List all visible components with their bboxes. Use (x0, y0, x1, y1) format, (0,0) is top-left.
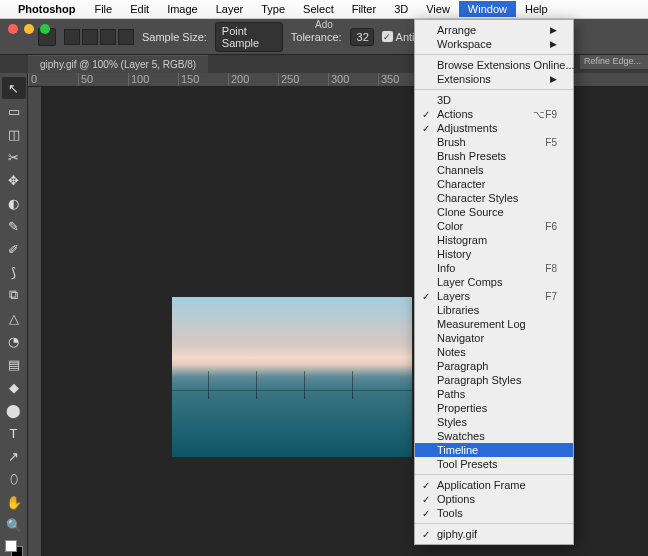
menu-item-3d[interactable]: 3D (415, 93, 573, 107)
menu-3d[interactable]: 3D (385, 1, 417, 17)
menu-item-history[interactable]: History (415, 247, 573, 261)
menu-item-paragraph-styles[interactable]: Paragraph Styles (415, 373, 573, 387)
menu-item-layers[interactable]: ✓LayersF7 (415, 289, 573, 303)
tool-3[interactable]: ✂ (2, 146, 26, 168)
sample-size-label: Sample Size: (142, 31, 207, 43)
menu-image[interactable]: Image (158, 1, 207, 17)
menu-item-properties[interactable]: Properties (415, 401, 573, 415)
menu-shortcut: F6 (545, 221, 557, 232)
menu-item-label: Extensions (437, 73, 491, 85)
tool-13[interactable]: ◆ (2, 376, 26, 398)
menu-item-channels[interactable]: Channels (415, 163, 573, 177)
menu-item-arrange[interactable]: Arrange▶ (415, 23, 573, 37)
tool-9[interactable]: ⧉ (2, 284, 26, 306)
menu-item-label: Character Styles (437, 192, 518, 204)
menu-view[interactable]: View (417, 1, 459, 17)
menu-item-tool-presets[interactable]: Tool Presets (415, 457, 573, 471)
check-icon: ✓ (422, 291, 430, 302)
selection-mode-icons[interactable] (64, 29, 134, 45)
menu-item-measurement-log[interactable]: Measurement Log (415, 317, 573, 331)
menu-item-browse-extensions-online-[interactable]: Browse Extensions Online... (415, 58, 573, 72)
menu-item-character-styles[interactable]: Character Styles (415, 191, 573, 205)
menu-item-label: Properties (437, 402, 487, 414)
menu-item-label: Arrange (437, 24, 476, 36)
color-swatch[interactable] (5, 540, 23, 556)
menu-item-label: Channels (437, 164, 483, 176)
menu-select[interactable]: Select (294, 1, 343, 17)
tool-12[interactable]: ▤ (2, 353, 26, 375)
menu-item-paths[interactable]: Paths (415, 387, 573, 401)
tool-16[interactable]: ↗ (2, 445, 26, 467)
menu-file[interactable]: File (85, 1, 121, 17)
tool-8[interactable]: ⟆ (2, 261, 26, 283)
tolerance-input[interactable]: 32 (350, 28, 374, 46)
menu-edit[interactable]: Edit (121, 1, 158, 17)
menu-item-tools[interactable]: ✓Tools (415, 506, 573, 520)
menu-item-label: Libraries (437, 304, 479, 316)
menu-item-extensions[interactable]: Extensions▶ (415, 72, 573, 86)
menu-item-label: Paragraph (437, 360, 488, 372)
menu-item-adjustments[interactable]: ✓Adjustments (415, 121, 573, 135)
menu-item-label: Layer Comps (437, 276, 502, 288)
menu-item-color[interactable]: ColorF6 (415, 219, 573, 233)
check-icon: ✓ (422, 109, 430, 120)
menu-item-clone-source[interactable]: Clone Source (415, 205, 573, 219)
sample-size-select[interactable]: Point Sample (215, 22, 283, 52)
app-name[interactable]: Photoshop (18, 3, 75, 15)
menu-layer[interactable]: Layer (207, 1, 253, 17)
menu-item-layer-comps[interactable]: Layer Comps (415, 275, 573, 289)
menu-item-giphy-gif[interactable]: ✓giphy.gif (415, 527, 573, 541)
submenu-arrow-icon: ▶ (550, 74, 557, 84)
menu-type[interactable]: Type (252, 1, 294, 17)
menu-item-application-frame[interactable]: ✓Application Frame (415, 478, 573, 492)
close-window-icon[interactable] (8, 24, 18, 34)
menu-item-actions[interactable]: ✓Actions⌥F9 (415, 107, 573, 121)
menu-item-navigator[interactable]: Navigator (415, 331, 573, 345)
menu-item-label: Actions (437, 108, 473, 120)
toolbox: ↖▭◫✂✥◐✎✐⟆⧉△◔▤◆⬤T↗⬯✋🔍 (0, 73, 28, 556)
check-icon: ✓ (422, 529, 430, 540)
menu-filter[interactable]: Filter (343, 1, 385, 17)
tool-4[interactable]: ✥ (2, 169, 26, 191)
submenu-arrow-icon: ▶ (550, 39, 557, 49)
menu-item-libraries[interactable]: Libraries (415, 303, 573, 317)
menu-item-label: Character (437, 178, 485, 190)
menu-window[interactable]: Window (459, 1, 516, 17)
check-icon: ✓ (422, 494, 430, 505)
tool-17[interactable]: ⬯ (2, 468, 26, 490)
submenu-arrow-icon: ▶ (550, 25, 557, 35)
tool-2[interactable]: ◫ (2, 123, 26, 145)
tool-11[interactable]: ◔ (2, 330, 26, 352)
tool-0[interactable]: ↖ (2, 77, 26, 99)
menu-item-info[interactable]: InfoF8 (415, 261, 573, 275)
menu-item-brush[interactable]: BrushF5 (415, 135, 573, 149)
menu-item-workspace[interactable]: Workspace▶ (415, 37, 573, 51)
tool-7[interactable]: ✐ (2, 238, 26, 260)
refine-edge-button[interactable]: Refine Edge... (580, 55, 648, 69)
maximize-window-icon[interactable] (40, 24, 50, 34)
menu-item-brush-presets[interactable]: Brush Presets (415, 149, 573, 163)
menu-item-timeline[interactable]: Timeline (415, 443, 573, 457)
tool-1[interactable]: ▭ (2, 100, 26, 122)
menu-help[interactable]: Help (516, 1, 557, 17)
tool-6[interactable]: ✎ (2, 215, 26, 237)
tool-10[interactable]: △ (2, 307, 26, 329)
menu-item-swatches[interactable]: Swatches (415, 429, 573, 443)
tool-14[interactable]: ⬤ (2, 399, 26, 421)
menu-item-histogram[interactable]: Histogram (415, 233, 573, 247)
menu-item-paragraph[interactable]: Paragraph (415, 359, 573, 373)
menu-item-label: Browse Extensions Online... (437, 59, 575, 71)
tool-5[interactable]: ◐ (2, 192, 26, 214)
menu-separator (415, 54, 573, 55)
document-tab[interactable]: giphy.gif @ 100% (Layer 5, RGB/8) (28, 55, 208, 73)
tool-19[interactable]: 🔍 (2, 514, 26, 536)
tool-15[interactable]: T (2, 422, 26, 444)
menu-item-label: Info (437, 262, 455, 274)
menu-item-options[interactable]: ✓Options (415, 492, 573, 506)
minimize-window-icon[interactable] (24, 24, 34, 34)
menu-item-character[interactable]: Character (415, 177, 573, 191)
menu-item-notes[interactable]: Notes (415, 345, 573, 359)
tool-18[interactable]: ✋ (2, 491, 26, 513)
menu-item-styles[interactable]: Styles (415, 415, 573, 429)
check-icon: ✓ (422, 508, 430, 519)
